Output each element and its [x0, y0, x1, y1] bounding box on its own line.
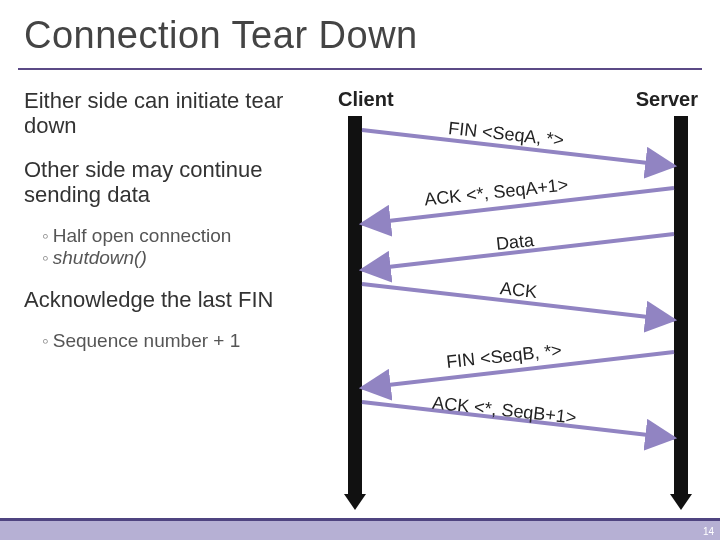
bullet-initiate: Either side can initiate tear down: [24, 88, 324, 139]
bullet-marker: ◦: [42, 330, 49, 351]
slide: Connection Tear Down Either side can ini…: [0, 0, 720, 540]
body-text: Either side can initiate tear down Other…: [24, 88, 324, 352]
sub-half-open: ◦Half open connection: [42, 225, 324, 247]
bullet-ack-fin: Acknowledge the last FIN: [24, 287, 324, 312]
msg-data: Data: [495, 230, 535, 255]
bullet-marker: ◦: [42, 225, 49, 246]
sub-seqplus1: ◦Sequence number + 1: [42, 330, 324, 352]
msg-ack: ACK: [499, 278, 538, 303]
page-number: 14: [703, 526, 714, 537]
footer-bar: 14: [0, 518, 720, 540]
bullet-continue: Other side may continue sending data: [24, 157, 324, 208]
sequence-diagram: Client Server FIN <SeqA, *> ACK <*, SeqA…: [338, 88, 698, 498]
title-rule: [18, 68, 702, 70]
sub-shutdown: ◦shutdown(): [42, 247, 324, 269]
bullet-marker: ◦: [42, 247, 49, 268]
page-title: Connection Tear Down: [24, 14, 418, 57]
